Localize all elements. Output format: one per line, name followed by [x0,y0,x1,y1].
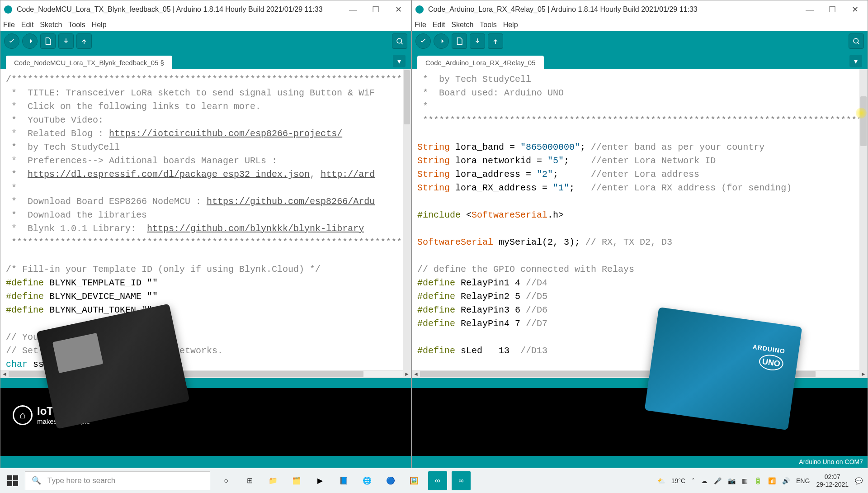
window-title-left: Code_NodeMCU_Lora_TX_Blynk_feedback_05 |… [17,5,323,14]
arduino-taskbar-icon-2[interactable]: ∞ [452,471,471,490]
horizontal-scrollbar-right[interactable]: ◄► [412,370,868,378]
toolbar-left [0,31,411,51]
menu-help[interactable]: Help [503,21,518,29]
tab-dropdown-right[interactable]: ▾ [849,55,862,67]
verify-button[interactable] [4,33,19,49]
clock-time: 02:07 [816,473,849,481]
watermark-icon: ⌂ [13,405,33,425]
cortana-icon[interactable]: ○ [217,471,236,490]
arduino-app-icon [4,5,12,14]
close-button[interactable]: ✕ [394,5,403,14]
sketch-tab-left[interactable]: Code_NodeMCU_Lora_TX_Blynk_feedback_05 § [6,56,172,69]
onedrive-icon[interactable]: ☁ [701,477,708,484]
status-bar-green-right [412,378,868,388]
arduino-app-icon [415,5,424,14]
meet-now-icon[interactable]: 📷 [728,477,736,484]
verify-button[interactable] [415,33,431,49]
menu-sketch[interactable]: Sketch [451,21,473,29]
maximize-button[interactable]: ☐ [828,5,837,14]
open-button[interactable] [58,33,74,49]
volume-icon[interactable]: 🔊 [782,477,790,484]
console-right [412,388,868,456]
search-icon: 🔍 [32,476,41,485]
notifications-icon[interactable]: 💬 [855,477,863,484]
task-view-icon[interactable]: ⊞ [240,471,259,490]
svg-point-0 [397,38,402,43]
clock[interactable]: 02:07 29-12-2021 [816,473,849,488]
tab-area-left: Code_NodeMCU_Lora_TX_Blynk_feedback_05 §… [0,51,411,69]
editor-left[interactable]: /***************************************… [0,69,411,370]
menu-file[interactable]: File [3,21,15,29]
system-tray: ⛅ 19°C ˄ ☁ 🎤 📷 ▦ 🔋 📶 🔊 ENG 02:07 29-12-2… [657,473,868,488]
window-title-right: Code_Arduino_Lora_RX_4Relay_05 | Arduino… [428,5,698,14]
serial-monitor-button[interactable] [849,33,864,49]
arduino-taskbar-icon-1[interactable]: ∞ [428,471,447,490]
minimize-button[interactable]: — [349,5,358,14]
upload-button[interactable] [434,33,449,49]
mic-icon[interactable]: 🎤 [714,477,722,484]
tab-dropdown-left[interactable]: ▾ [393,55,406,67]
code-content-left[interactable]: /***************************************… [0,69,411,370]
arduino-window-right: Code_Arduino_Lora_RX_4Relay_05 | Arduino… [411,0,868,468]
menu-tools[interactable]: Tools [480,21,496,29]
menubar-right: File Edit Sketch Tools Help [412,19,868,31]
menu-edit[interactable]: Edit [433,21,445,29]
editor-right[interactable]: * by Tech StudyCell * Board used: Arduin… [412,69,868,370]
new-button[interactable] [40,33,56,49]
maximize-button[interactable]: ☐ [371,5,380,14]
cursor-highlight [856,108,867,119]
svg-point-1 [854,38,859,43]
status-bottom-left [0,456,411,468]
open-button[interactable] [470,33,485,49]
menu-file[interactable]: File [415,21,426,29]
edge-icon[interactable]: 🔵 [381,471,400,490]
menu-tools[interactable]: Tools [68,21,85,29]
app-icon-2[interactable]: 📘 [334,471,353,490]
weather-icon[interactable]: ⛅ [657,477,665,484]
menu-edit[interactable]: Edit [21,21,34,29]
photos-icon[interactable]: 🖼️ [405,471,424,490]
tab-area-right: Code_Arduino_Lora_RX_4Relay_05 ▾ [412,51,868,69]
sketch-tab-right[interactable]: Code_Arduino_Lora_RX_4Relay_05 [417,56,544,69]
save-button[interactable] [76,33,92,49]
vertical-scrollbar-left[interactable] [403,69,411,370]
titlebar-right[interactable]: Code_Arduino_Lora_RX_4Relay_05 | Arduino… [412,0,868,19]
search-placeholder: Type here to search [47,476,115,485]
status-bottom-right: Arduino Uno on COM7 [412,456,868,468]
upload-button[interactable] [22,33,38,49]
new-button[interactable] [452,33,467,49]
arduino-uno-board-image [645,307,802,430]
clock-date: 29-12-2021 [816,481,849,488]
weather-text[interactable]: 19°C [671,477,685,484]
menu-sketch[interactable]: Sketch [40,21,62,29]
menu-help[interactable]: Help [92,21,107,29]
wifi-icon[interactable]: 📶 [768,477,776,484]
minimize-button[interactable]: — [805,5,814,14]
chrome-icon[interactable]: 🌐 [358,471,377,490]
taskbar-search[interactable]: 🔍 Type here to search [25,471,210,490]
taskbar: 🔍 Type here to search ○ ⊞ 📁 🗂️ ▶ 📘 🌐 🔵 🖼… [0,468,868,493]
language-indicator[interactable]: ENG [796,477,810,484]
start-button[interactable] [0,468,25,493]
battery-icon[interactable]: 🔋 [754,477,762,484]
app-icon-1[interactable]: 🗂️ [287,471,306,490]
file-explorer-icon[interactable]: 📁 [264,471,283,490]
toolbar-right [412,31,868,51]
close-button[interactable]: ✕ [850,5,859,14]
menubar-left: File Edit Sketch Tools Help [0,19,411,31]
titlebar-left[interactable]: Code_NodeMCU_Lora_TX_Blynk_feedback_05 |… [0,0,411,19]
windows-logo-icon [7,475,18,486]
serial-monitor-button[interactable] [392,33,407,49]
vlc-icon[interactable]: ▶ [311,471,330,490]
tray-chevron-icon[interactable]: ˄ [692,477,695,484]
save-button[interactable] [488,33,503,49]
code-content-right[interactable]: * by Tech StudyCell * Board used: Arduin… [412,69,868,370]
tray-icon-1[interactable]: ▦ [742,477,748,484]
